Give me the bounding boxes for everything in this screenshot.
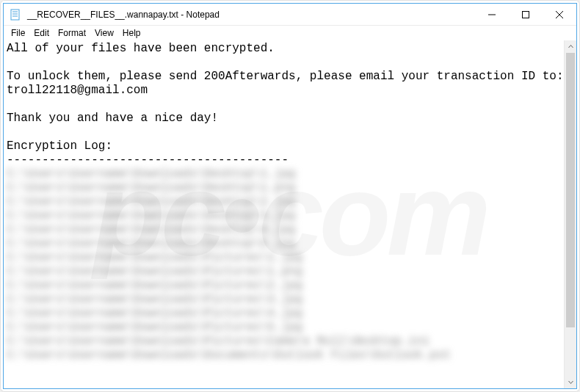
log-line: C:\Users\Username\Downloads\Desktop\3.jp… (7, 209, 296, 222)
scroll-up-button[interactable] (565, 40, 576, 53)
log-line: C:\Users\Username\Downloads\Desktop\4.jp… (7, 223, 296, 236)
menu-help[interactable]: Help (118, 27, 145, 39)
close-button[interactable] (543, 4, 576, 26)
close-icon (556, 11, 563, 18)
encryption-log-block: C:\Users\Username\Downloads\Desktop\1.jp… (7, 167, 451, 362)
scroll-thumb[interactable] (566, 53, 575, 327)
log-line: C:\Users\Username\Downloads\Desktop\1.jp… (7, 167, 296, 181)
body-line: To unlock them, please send 200Afterward… (7, 70, 564, 83)
menu-file[interactable]: File (7, 27, 29, 39)
minimize-icon (488, 11, 496, 18)
scroll-down-button[interactable] (565, 376, 576, 388)
log-line: C:\Users\Username\Downloads\Desktop\1.pn… (7, 181, 296, 195)
text-area[interactable]: All of your files have been encrypted. T… (4, 40, 564, 388)
chevron-down-icon (568, 380, 573, 385)
title-bar[interactable]: __RECOVER__FILES__.wannapay.txt - Notepa… (4, 4, 576, 26)
log-line: C:\Users\Username\Downloads\Documents\Ou… (7, 349, 451, 362)
maximize-button[interactable] (509, 4, 543, 26)
menu-format[interactable]: Format (54, 27, 90, 39)
menu-bar: File Edit Format View Help (4, 26, 576, 40)
content-wrap: All of your files have been encrypted. T… (4, 40, 576, 388)
body-line: troll22118@gmail.com (7, 84, 148, 97)
maximize-icon (522, 11, 529, 18)
menu-edit[interactable]: Edit (29, 27, 54, 39)
body-line: All of your files have been encrypted. (7, 42, 275, 55)
body-line: Thank you and have a nice day! (7, 112, 218, 125)
scroll-track[interactable] (565, 53, 576, 376)
svg-rect-5 (523, 11, 529, 18)
log-line: C:\Users\Username\Downloads\Pictures\1.p… (7, 265, 302, 278)
log-line: C:\Users\Username\Downloads\Desktop\5.jp… (7, 237, 296, 250)
log-line: C:\Users\Username\Downloads\Pictures\3.j… (7, 293, 302, 306)
log-line: C:\Users\Username\Downloads\Desktop\2.jp… (7, 195, 296, 208)
minimize-button[interactable] (475, 4, 509, 26)
chevron-up-icon (568, 44, 573, 49)
log-line: C:\Users\Username\Downloads\Pictures\2.j… (7, 279, 302, 292)
body-line: Encryption Log: (7, 139, 112, 153)
vertical-scrollbar[interactable] (564, 40, 576, 388)
log-line: C:\Users\Username\Downloads\Pictures\4.j… (7, 307, 302, 320)
log-line: C:\Users\Username\Downloads\Pictures\Cam… (7, 335, 429, 348)
notepad-window: __RECOVER__FILES__.wannapay.txt - Notepa… (3, 3, 577, 389)
log-line: C:\Users\Username\Downloads\Pictures\5.j… (7, 321, 302, 334)
window-title: __RECOVER__FILES__.wannapay.txt - Notepa… (27, 10, 220, 20)
outer-frame: __RECOVER__FILES__.wannapay.txt - Notepa… (0, 0, 580, 392)
log-line: C:\Users\Username\Downloads\Pictures\1.j… (7, 251, 302, 264)
body-line: ---------------------------------------- (7, 153, 289, 167)
menu-view[interactable]: View (90, 27, 118, 39)
svg-rect-0 (11, 10, 19, 20)
notepad-icon (10, 9, 21, 21)
